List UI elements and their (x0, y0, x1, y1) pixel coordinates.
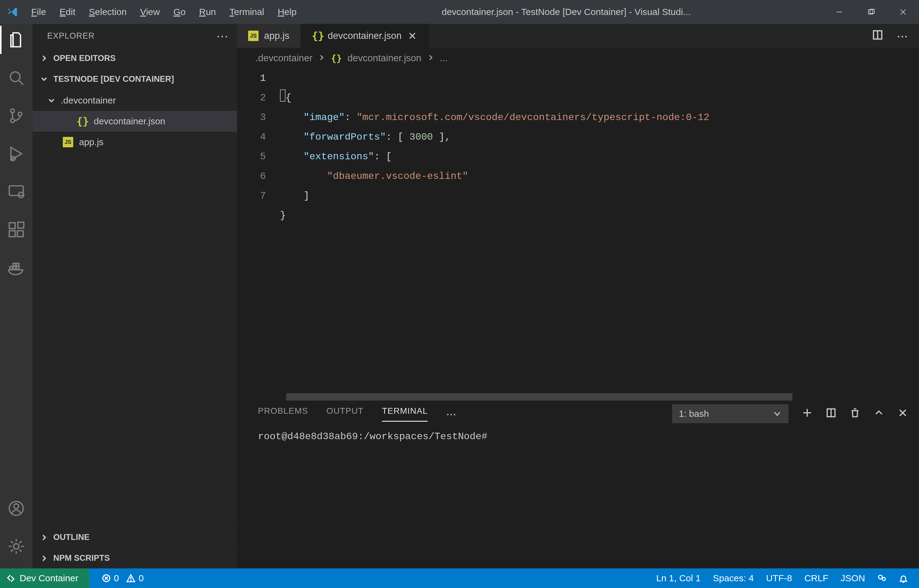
section-open-editors[interactable]: OPEN EDITORS (32, 48, 237, 69)
tab-label: app.js (264, 30, 289, 41)
menu-run[interactable]: Run (199, 7, 216, 17)
status-eol[interactable]: CRLF (804, 573, 829, 583)
panel-more-icon[interactable]: ··· (446, 407, 456, 421)
svg-rect-14 (9, 223, 15, 228)
tab-label: devcontainer.json (328, 30, 402, 41)
svg-rect-19 (13, 267, 16, 270)
svg-point-40 (131, 580, 131, 581)
section-outline[interactable]: OUTLINE (32, 527, 237, 548)
menu-go[interactable]: Go (173, 7, 186, 17)
activity-run-debug-icon[interactable] (0, 145, 32, 162)
npm-scripts-label: NPM SCRIPTS (53, 553, 110, 563)
breadcrumb-tail[interactable]: ... (440, 53, 448, 64)
tree-file-app-js[interactable]: JS app.js (32, 132, 237, 152)
svg-rect-16 (18, 231, 23, 237)
warning-icon (126, 573, 136, 583)
activity-search-icon[interactable] (0, 69, 32, 86)
js-file-icon: JS (61, 137, 75, 147)
chevron-right-icon (318, 53, 325, 64)
json-file-icon: {} (75, 115, 90, 128)
panel-tab-terminal[interactable]: Terminal (382, 406, 428, 422)
activity-source-control-icon[interactable] (0, 107, 32, 124)
tree-file-devcontainer-json[interactable]: {} devcontainer.json (32, 111, 237, 132)
menu-edit[interactable]: Edit (60, 7, 75, 17)
svg-point-5 (10, 72, 20, 82)
menu-selection[interactable]: Selection (89, 7, 126, 17)
js-file-icon: JS (248, 31, 258, 41)
status-feedback-icon[interactable] (877, 573, 887, 583)
menu-help[interactable]: Help (278, 7, 297, 17)
status-language[interactable]: JSON (841, 573, 865, 583)
tab-close-icon[interactable] (407, 31, 418, 41)
remote-icon (6, 573, 15, 583)
horizontal-scrollbar[interactable] (286, 393, 919, 401)
chevron-right-icon (39, 54, 50, 62)
status-errors[interactable]: 0 (102, 573, 119, 583)
maximize-button[interactable] (855, 0, 887, 24)
panel-tab-problems[interactable]: Problems (258, 406, 308, 422)
scrollbar-thumb[interactable] (286, 393, 793, 401)
terminal-selector[interactable]: 1: bash (672, 404, 788, 423)
status-indent[interactable]: Spaces: 4 (713, 573, 754, 583)
status-line-col[interactable]: Ln 1, Col 1 (656, 573, 701, 583)
menu-bar: File Edit Selection View Go Run Terminal… (26, 7, 297, 17)
svg-rect-21 (13, 263, 16, 266)
vscode-logo-icon (0, 6, 26, 18)
tree-folder-devcontainer[interactable]: .devcontainer (32, 90, 237, 111)
explorer-title: EXPLORER (47, 31, 95, 41)
code-editor[interactable]: 1 2 3 4 5 6 7 { "image": "mcr.microsoft.… (237, 69, 919, 401)
svg-rect-17 (18, 222, 24, 228)
svg-point-41 (879, 575, 883, 579)
chevron-right-icon (39, 554, 50, 562)
json-file-icon: {} (312, 30, 322, 42)
activity-docker-icon[interactable] (0, 259, 32, 276)
activity-extensions-icon[interactable] (0, 221, 32, 238)
open-editors-label: OPEN EDITORS (53, 53, 116, 63)
tab-devcontainer-json[interactable]: {} devcontainer.json (301, 24, 429, 48)
new-terminal-icon[interactable] (802, 408, 812, 420)
svg-point-9 (18, 112, 22, 116)
bottom-panel: Problems Output Terminal ··· 1: bash (237, 401, 919, 569)
svg-rect-18 (10, 267, 13, 270)
outline-label: OUTLINE (53, 533, 90, 542)
section-workspace[interactable]: TESTNODE [DEV CONTAINER] (32, 69, 237, 89)
minimize-button[interactable] (824, 0, 855, 24)
split-terminal-icon[interactable] (826, 408, 836, 420)
menu-terminal[interactable]: Terminal (229, 7, 264, 17)
panel-close-icon[interactable] (898, 408, 908, 420)
activity-remote-explorer-icon[interactable] (0, 183, 32, 200)
panel-tab-output[interactable]: Output (326, 406, 363, 422)
breadcrumbs[interactable]: .devcontainer {} devcontainer.json ... (237, 48, 919, 69)
panel-maximize-icon[interactable] (874, 408, 884, 420)
menu-view[interactable]: View (140, 7, 160, 17)
json-file-icon: {} (331, 53, 342, 64)
tab-app-js[interactable]: JS app.js (237, 24, 301, 48)
menu-file[interactable]: File (31, 7, 46, 17)
breadcrumb-folder[interactable]: .devcontainer (255, 53, 312, 64)
workspace-label: TESTNODE [DEV CONTAINER] (53, 74, 174, 84)
file-label: devcontainer.json (94, 116, 165, 126)
chevron-right-icon (427, 53, 434, 64)
activity-explorer-icon[interactable] (0, 31, 32, 48)
status-remote-indicator[interactable]: Dev Container (0, 569, 89, 588)
svg-rect-15 (9, 231, 15, 237)
activity-settings-icon[interactable] (0, 538, 32, 555)
file-tree: .devcontainer {} devcontainer.json JS ap… (32, 89, 237, 527)
svg-rect-20 (16, 267, 19, 270)
status-warnings[interactable]: 0 (126, 573, 144, 583)
sidebar-header: EXPLORER ··· (32, 24, 237, 48)
section-npm-scripts[interactable]: NPM SCRIPTS (32, 548, 237, 569)
code-content[interactable]: { "image": "mcr.microsoft.com/vscode/dev… (280, 69, 919, 401)
editor-more-icon[interactable]: ··· (896, 28, 908, 44)
close-button[interactable] (887, 0, 919, 24)
errors-count: 0 (114, 573, 119, 583)
status-notifications-icon[interactable] (899, 573, 908, 583)
kill-terminal-icon[interactable] (850, 408, 860, 420)
svg-line-6 (19, 81, 23, 85)
status-encoding[interactable]: UTF-8 (766, 573, 792, 583)
terminal-body[interactable]: root@d48e8d38ab69:/workspaces/TestNode# (237, 426, 919, 569)
error-icon (102, 573, 111, 583)
split-editor-icon[interactable] (872, 29, 883, 42)
activity-account-icon[interactable] (0, 500, 32, 517)
breadcrumb-file[interactable]: devcontainer.json (347, 53, 421, 64)
